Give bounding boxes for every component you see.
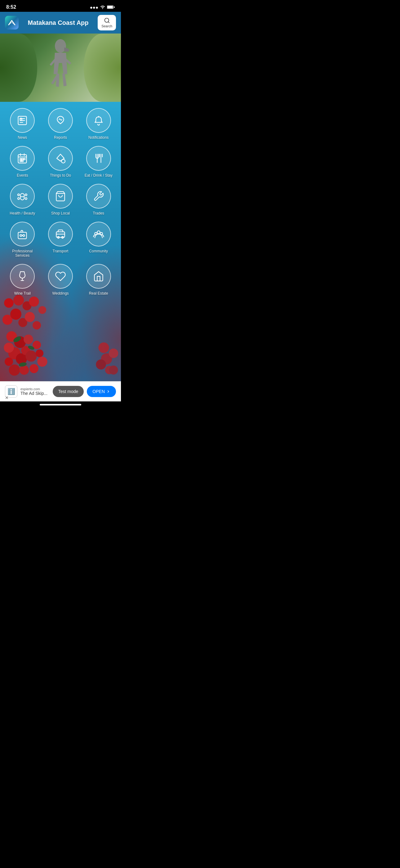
menu-item-news[interactable]: News: [5, 108, 40, 140]
svg-rect-52: [20, 160, 22, 162]
svg-point-33: [101, 353, 112, 365]
weddings-circle: [48, 264, 73, 289]
svg-point-22: [19, 362, 27, 367]
battery-icon: [107, 5, 115, 10]
svg-point-5: [8, 347, 21, 360]
svg-point-8: [21, 346, 30, 355]
svg-point-35: [96, 360, 106, 369]
events-circle: [10, 146, 35, 171]
reports-icon: [55, 115, 66, 126]
svg-point-17: [20, 365, 29, 375]
app-title: Matakana Coast App: [19, 19, 98, 26]
search-label: Search: [101, 24, 112, 28]
menu-item-shop-local[interactable]: Shop Local: [43, 184, 78, 215]
svg-point-29: [13, 295, 24, 306]
svg-point-24: [10, 309, 22, 320]
svg-point-18: [29, 364, 38, 373]
menu-item-events[interactable]: Events: [5, 146, 40, 178]
notifications-label: Notifications: [88, 135, 108, 140]
eat-drink-stay-label: Eat / Drink / Stay: [85, 173, 112, 178]
svg-point-60: [25, 194, 27, 196]
svg-point-30: [23, 302, 32, 310]
news-circle: [10, 108, 35, 133]
status-icons: ●●●: [90, 5, 115, 10]
svg-point-19: [5, 358, 13, 366]
ad-banner: ℹ️ espierto.com The Ad Skip... Test mode…: [0, 381, 121, 401]
bell-icon: [93, 115, 104, 126]
trades-icon: [93, 191, 104, 202]
svg-point-7: [16, 353, 27, 365]
shop-local-circle: [48, 184, 73, 209]
svg-point-23: [2, 315, 12, 325]
svg-rect-49: [20, 158, 22, 160]
events-label: Events: [17, 173, 28, 178]
news-label: News: [18, 135, 27, 140]
menu-item-real-estate[interactable]: Real Estate: [81, 264, 116, 296]
ad-close-button[interactable]: ✕: [5, 395, 9, 400]
svg-point-10: [14, 336, 26, 348]
weddings-label: Weddings: [52, 291, 69, 296]
svg-point-13: [26, 350, 37, 362]
svg-rect-50: [22, 158, 24, 160]
svg-point-20: [12, 335, 22, 343]
menu-item-community[interactable]: Community: [81, 222, 116, 258]
wine-trail-label: Wine Trail: [14, 291, 31, 296]
menu-item-weddings[interactable]: Weddings: [43, 264, 78, 296]
things-to-do-label: Things to Do: [50, 173, 71, 178]
search-button[interactable]: Search: [98, 15, 116, 30]
menu-item-health-beauty[interactable]: Health / Beauty: [5, 184, 40, 215]
menu-item-reports[interactable]: Reports: [43, 108, 78, 140]
menu-item-eat-drink-stay[interactable]: Eat / Drink / Stay: [81, 146, 116, 178]
svg-point-6: [4, 343, 14, 353]
signal-icon: ●●●: [90, 5, 98, 10]
real-estate-label: Real Estate: [89, 291, 108, 296]
activities-icon: [55, 153, 66, 164]
wifi-icon: [100, 5, 105, 10]
time-display: 8:52: [6, 4, 16, 10]
community-circle: [86, 222, 111, 247]
trades-label: Trades: [93, 211, 104, 215]
svg-point-70: [97, 231, 100, 234]
home-indicator: [0, 401, 121, 409]
shop-local-label: Shop Local: [51, 211, 70, 215]
svg-point-36: [105, 366, 113, 374]
trades-circle: [86, 184, 111, 209]
transport-label: Transport: [53, 249, 69, 253]
health-icon: [17, 191, 28, 202]
open-button[interactable]: OPEN: [87, 386, 116, 397]
menu-item-transport[interactable]: Transport: [43, 222, 78, 258]
grid-section: News Reports Notifications: [0, 102, 121, 381]
svg-point-9: [6, 331, 17, 342]
menu-item-things-to-do[interactable]: Things to Do: [43, 146, 78, 178]
ad-text: espierto.com The Ad Skip...: [21, 387, 49, 396]
svg-point-15: [37, 357, 47, 367]
menu-item-wine-trail[interactable]: Wine Trail: [5, 264, 40, 296]
menu-item-professional-services[interactable]: Professional Services: [5, 222, 40, 258]
reports-label: Reports: [54, 135, 67, 140]
health-beauty-circle: [10, 184, 35, 209]
svg-point-16: [9, 365, 20, 376]
svg-point-62: [25, 198, 27, 199]
hero-statue: [45, 37, 76, 99]
reports-circle: [48, 108, 73, 133]
calendar-icon: [17, 153, 28, 164]
svg-rect-53: [22, 160, 24, 162]
svg-point-11: [24, 335, 33, 344]
svg-point-14: [36, 349, 43, 357]
svg-point-21: [28, 345, 35, 350]
community-label: Community: [89, 249, 108, 253]
community-icon: [93, 228, 104, 240]
status-bar: 8:52 ●●●: [0, 0, 121, 12]
menu-item-notifications[interactable]: Notifications: [81, 108, 116, 140]
svg-point-27: [33, 321, 41, 330]
professional-services-circle: [10, 222, 35, 247]
svg-point-54: [61, 159, 65, 163]
ad-title: The Ad Skip...: [21, 391, 49, 396]
svg-point-34: [109, 349, 119, 358]
things-to-do-circle: [48, 146, 73, 171]
svg-point-37: [98, 342, 109, 353]
menu-item-trades[interactable]: Trades: [81, 184, 116, 215]
test-mode-button[interactable]: Test mode: [53, 386, 84, 397]
svg-point-31: [29, 297, 39, 306]
svg-point-61: [18, 198, 20, 199]
